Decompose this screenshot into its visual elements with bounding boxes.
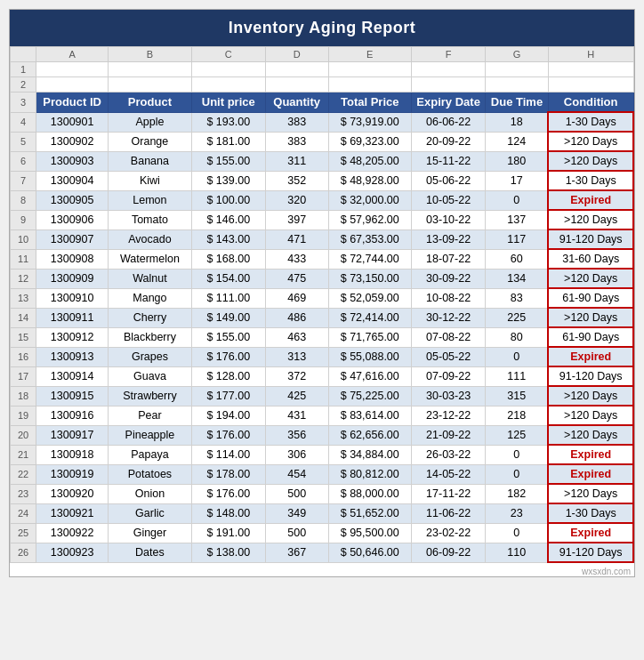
cell-quantity: 463 xyxy=(265,327,328,347)
cell-unit-price: $ 176.00 xyxy=(191,425,265,445)
cell-quantity: 471 xyxy=(265,229,328,249)
cell-product-name: Grapes xyxy=(109,347,192,366)
cell-due-time: 124 xyxy=(486,132,549,151)
cell-a2 xyxy=(36,77,109,93)
cell-d2 xyxy=(265,77,328,93)
cell-condition: >120 Days xyxy=(548,308,633,327)
cell-condition: Expired xyxy=(548,445,633,464)
cell-total-price: $ 73,919.00 xyxy=(328,112,412,132)
cell-total-price: $ 80,812.00 xyxy=(328,464,412,484)
cell-expiry-date: 30-12-22 xyxy=(412,308,486,327)
cell-unit-price: $ 146.00 xyxy=(191,210,265,229)
cell-quantity: 306 xyxy=(265,445,328,464)
cell-expiry-date: 11-06-22 xyxy=(412,503,486,523)
cell-product-id: 1300912 xyxy=(36,327,109,347)
rownum-26: 26 xyxy=(11,543,36,562)
cell-due-time: 218 xyxy=(486,406,549,425)
cell-quantity: 454 xyxy=(265,464,328,484)
cell-total-price: $ 95,500.00 xyxy=(328,523,412,543)
cell-total-price: $ 88,000.00 xyxy=(328,484,412,503)
cell-due-time: 60 xyxy=(486,249,549,269)
cell-unit-price: $ 143.00 xyxy=(191,229,265,249)
cell-due-time: 125 xyxy=(486,425,549,445)
col-letter-e: E xyxy=(328,47,412,62)
cell-quantity: 313 xyxy=(265,347,328,366)
cell-condition: >120 Days xyxy=(548,151,633,171)
cell-product-id: 1300913 xyxy=(36,347,109,366)
cell-due-time: 134 xyxy=(486,269,549,288)
cell-expiry-date: 26-03-22 xyxy=(412,445,486,464)
cell-unit-price: $ 114.00 xyxy=(191,445,265,464)
table-row: 9 1300906 Tomato $ 146.00 397 $ 57,962.0… xyxy=(11,210,634,229)
cell-product-id: 1300905 xyxy=(36,190,109,210)
col-letter-h: H xyxy=(548,47,633,62)
cell-product-name: Pineapple xyxy=(109,425,192,445)
row-2: 2 xyxy=(11,77,634,93)
cell-product-id: 1300923 xyxy=(36,543,109,562)
cell-due-time: 182 xyxy=(486,484,549,503)
cell-quantity: 372 xyxy=(265,366,328,386)
rownum-25: 25 xyxy=(11,523,36,543)
cell-unit-price: $ 128.00 xyxy=(191,366,265,386)
watermark: wxsxdn.com xyxy=(10,563,634,576)
cell-e1 xyxy=(328,62,412,77)
cell-total-price: $ 69,323.00 xyxy=(328,132,412,151)
table-row: 4 1300901 Apple $ 193.00 383 $ 73,919.00… xyxy=(11,112,634,132)
column-letters-row: A B C D E F G H xyxy=(11,47,634,62)
table-row: 10 1300907 Avocado $ 143.00 471 $ 67,353… xyxy=(11,229,634,249)
cell-condition: Expired xyxy=(548,523,633,543)
cell-product-name: Garlic xyxy=(109,503,192,523)
cell-unit-price: $ 111.00 xyxy=(191,288,265,308)
cell-quantity: 475 xyxy=(265,269,328,288)
cell-due-time: 23 xyxy=(486,503,549,523)
rownum-1: 1 xyxy=(11,62,36,77)
cell-total-price: $ 83,614.00 xyxy=(328,406,412,425)
cell-condition: >120 Days xyxy=(548,425,633,445)
cell-quantity: 397 xyxy=(265,210,328,229)
cell-expiry-date: 15-11-22 xyxy=(412,151,486,171)
cell-quantity: 349 xyxy=(265,503,328,523)
cell-product-name: Cherry xyxy=(109,308,192,327)
rownum-22: 22 xyxy=(11,464,36,484)
cell-total-price: $ 72,414.00 xyxy=(328,308,412,327)
cell-due-time: 80 xyxy=(486,327,549,347)
cell-unit-price: $ 193.00 xyxy=(191,112,265,132)
cell-product-id: 1300907 xyxy=(36,229,109,249)
cell-product-id: 1300918 xyxy=(36,445,109,464)
table-row: 13 1300910 Mango $ 111.00 469 $ 52,059.0… xyxy=(11,288,634,308)
cell-unit-price: $ 191.00 xyxy=(191,523,265,543)
cell-condition: 31-60 Days xyxy=(548,249,633,269)
cell-product-id: 1300903 xyxy=(36,151,109,171)
table-row: 15 1300912 Blackberry $ 155.00 463 $ 71,… xyxy=(11,327,634,347)
cell-due-time: 110 xyxy=(486,543,549,562)
cell-unit-price: $ 176.00 xyxy=(191,347,265,366)
cell-due-time: 180 xyxy=(486,151,549,171)
cell-product-name: Lemon xyxy=(109,190,192,210)
cell-product-id: 1300916 xyxy=(36,406,109,425)
cell-expiry-date: 06-09-22 xyxy=(412,543,486,562)
table-row: 6 1300903 Banana $ 155.00 311 $ 48,205.0… xyxy=(11,151,634,171)
table-row: 21 1300918 Papaya $ 114.00 306 $ 34,884.… xyxy=(11,445,634,464)
rownum-3: 3 xyxy=(11,93,36,113)
cell-unit-price: $ 194.00 xyxy=(191,406,265,425)
cell-unit-price: $ 168.00 xyxy=(191,249,265,269)
header-total-price: Total Price xyxy=(328,93,412,113)
cell-unit-price: $ 178.00 xyxy=(191,464,265,484)
cell-product-name: Tomato xyxy=(109,210,192,229)
cell-a1 xyxy=(36,62,109,77)
cell-product-id: 1300921 xyxy=(36,503,109,523)
cell-expiry-date: 30-03-23 xyxy=(412,386,486,406)
cell-quantity: 486 xyxy=(265,308,328,327)
table-row: 25 1300922 Ginger $ 191.00 500 $ 95,500.… xyxy=(11,523,634,543)
cell-quantity: 356 xyxy=(265,425,328,445)
cell-quantity: 500 xyxy=(265,484,328,503)
cell-e2 xyxy=(328,77,412,93)
cell-total-price: $ 72,744.00 xyxy=(328,249,412,269)
cell-quantity: 311 xyxy=(265,151,328,171)
cell-unit-price: $ 176.00 xyxy=(191,484,265,503)
rownum-12: 12 xyxy=(11,269,36,288)
cell-expiry-date: 07-08-22 xyxy=(412,327,486,347)
rownum-18: 18 xyxy=(11,386,36,406)
header-quantity: Quantity xyxy=(265,93,328,113)
cell-product-name: Onion xyxy=(109,484,192,503)
